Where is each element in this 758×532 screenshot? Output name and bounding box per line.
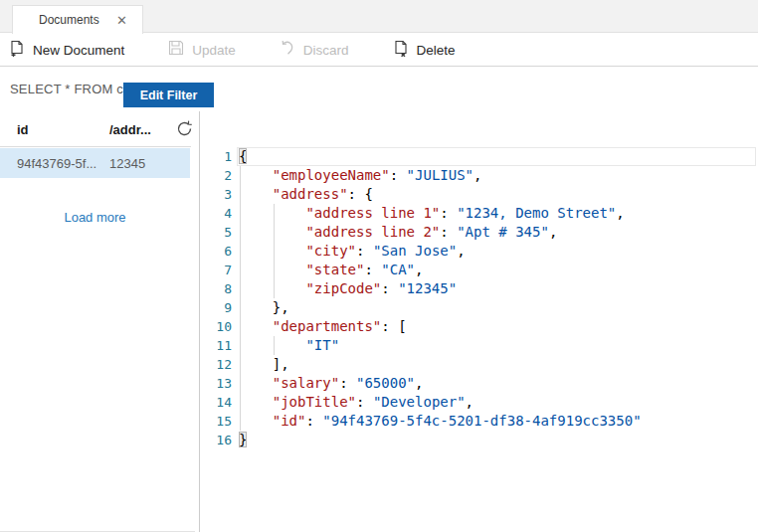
line-number: 8 [200,279,232,298]
line-number: 10 [200,317,232,336]
code-token: "departments" [273,318,382,334]
code-token: : [381,280,398,296]
load-more-link[interactable]: Load more [0,210,190,225]
undo-icon [280,40,295,60]
json-editor[interactable]: 12345678910111213141516 { "employeeName"… [200,111,758,532]
code-token [239,299,273,315]
code-token: : [440,224,457,240]
code-token: , [616,205,624,221]
code-line[interactable]: { [239,147,247,166]
document-partition-cell: 12345 [109,156,145,171]
code-token: "94f43769-5f4c-5201-df38-4af919cc3350" [322,413,641,429]
code-line[interactable]: } [239,431,247,449]
line-number: 4 [200,204,232,223]
code-token: , [474,167,481,183]
list-header-divider [0,146,191,147]
toolbar-button-label: Update [192,43,236,58]
line-number: 2 [200,166,232,185]
delete-button[interactable]: Delete [378,34,471,66]
code-token: "1234, Demo Street" [457,205,616,221]
new-document-icon [9,40,25,61]
tab-documents[interactable]: Documents ✕ [12,5,143,34]
current-line-highlight [237,147,756,166]
close-icon[interactable]: ✕ [113,12,130,29]
line-number: 9 [200,298,232,317]
edit-filter-button[interactable]: Edit Filter [123,83,214,107]
code-line[interactable]: ], [239,355,289,374]
discard-button[interactable]: Discard [265,34,364,66]
code-token: "address" [273,186,348,202]
tab-title: Documents [39,13,99,27]
code-token [239,337,305,353]
line-number: 6 [200,242,232,261]
code-line[interactable]: "address line 1": "1234, Demo Street", [239,204,625,223]
code-token: "IT" [305,337,339,353]
line-number: 12 [200,355,232,374]
toolbar-button-label: Discard [303,43,349,58]
code-token: "state" [305,262,364,277]
code-token: "12345" [398,280,457,296]
command-bar: New Document Update Discard [0,34,758,67]
toolbar-button-label: New Document [33,43,124,58]
code-line[interactable]: "jobTitle": "Developer", [239,393,474,412]
code-line[interactable]: "city": "San Jose", [239,242,466,261]
query-text: SELECT * FROM c [10,82,123,96]
code-token [239,394,273,410]
code-token: ], [273,356,289,372]
code-token: "Developer" [373,394,466,410]
filter-bar: SELECT * FROM c Edit Filter [0,68,758,111]
column-header-partition[interactable]: /addr... [109,122,151,137]
refresh-icon[interactable] [173,119,195,141]
code-line[interactable]: }, [239,298,289,317]
line-number: 3 [200,185,232,204]
code-token: "id" [273,413,306,429]
code-line[interactable]: "departments": [ [239,317,407,336]
code-token: } [239,432,247,447]
new-document-button[interactable]: New Document [0,34,139,66]
code-line[interactable]: "salary": "65000", [239,374,423,393]
code-line[interactable]: "employeeName": "JULIUS", [239,166,481,185]
code-token: : { [348,186,373,202]
code-token: : [440,205,457,221]
code-token: "CA" [381,262,415,277]
code-token [239,413,273,429]
code-token: "JULIUS" [407,167,474,183]
code-line[interactable]: "state": "CA", [239,261,423,279]
documents-explorer: Documents ✕ New Document Update [0,0,758,532]
document-row[interactable]: 94f43769-5f... 12345 [0,148,190,178]
column-header-id[interactable]: id [17,122,29,137]
code-token: { [239,148,247,164]
line-number: 5 [200,223,232,242]
line-number: 11 [200,336,232,355]
tab-bar: Documents ✕ [0,0,758,33]
code-token: "San Jose" [373,243,457,259]
code-token [239,375,273,391]
code-line[interactable]: "IT" [239,336,339,355]
code-token: "zipCode" [305,280,381,296]
code-token: , [549,224,557,240]
document-id-cell: 94f43769-5f... [17,156,96,171]
code-token: , [415,375,423,391]
code-token: : [305,413,322,429]
update-button[interactable]: Update [153,34,251,66]
code-line[interactable]: "address": { [239,185,373,204]
code-token [239,318,273,334]
code-token: "jobTitle" [273,394,356,410]
code-token [239,167,273,183]
line-number: 13 [200,374,232,393]
line-number: 16 [200,431,232,449]
code-line[interactable]: "address line 2": "Apt # 345", [239,223,557,242]
code-line[interactable]: "id": "94f43769-5f4c-5201-df38-4af919cc3… [239,412,642,431]
code-token: "65000" [356,375,415,391]
code-token [239,243,305,259]
line-number: 14 [200,393,232,412]
list-header: id /addr... [0,119,191,145]
code-token: : [364,262,381,277]
code-token: , [457,243,465,259]
code-token [239,186,273,202]
code-token: : [ [381,318,406,334]
code-token: "Apt # 345" [457,224,549,240]
code-line[interactable]: "zipCode": "12345" [239,279,457,298]
line-number: 7 [200,261,232,279]
line-number: 15 [200,412,232,431]
